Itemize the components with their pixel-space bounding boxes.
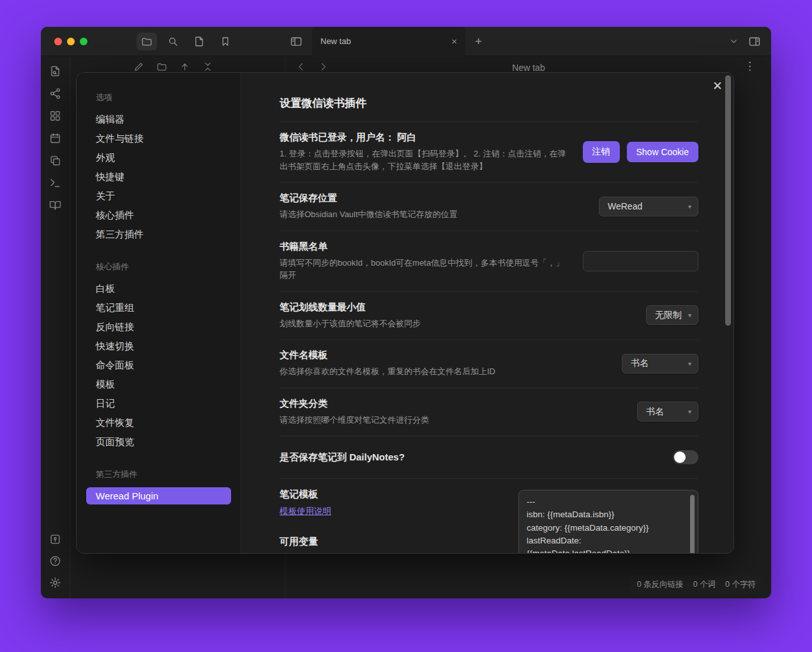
terminal-icon[interactable] — [49, 177, 61, 189]
min-highlights-value: 无限制 — [655, 310, 682, 321]
sidebar-item-community-plugins[interactable]: 第三方插件 — [86, 225, 231, 244]
daily-notes-name: 是否保存笔记到 DailyNotes? — [280, 451, 405, 464]
setting-daily-notes: 是否保存笔记到 DailyNotes? — [280, 436, 698, 479]
window-controls — [41, 38, 87, 45]
zoom-window-button[interactable] — [80, 38, 87, 45]
status-bar: 0 条反向链接 0 个词 0 个字符 — [629, 575, 764, 594]
left-sidebar-toggle-icon[interactable] — [290, 35, 303, 48]
save-location-desc: 请选择Obsidian Vault中微信读书笔记存放的位置 — [280, 208, 458, 221]
setting-folder-category: 文件夹分类 请选择按照哪个维度对笔记文件进行分类 书名 ▾ — [280, 388, 698, 437]
tab-list-chevron-icon[interactable] — [729, 36, 739, 46]
new-file-icon[interactable] — [133, 61, 144, 72]
daily-notes-toggle[interactable] — [673, 450, 698, 464]
sidebar-item-files-links[interactable]: 文件与链接 — [86, 130, 231, 148]
sidebar-item-command-palette[interactable]: 命令面板 — [86, 356, 231, 375]
settings-sidebar: 选项 编辑器 文件与链接 外观 快捷键 关于 核心插件 第三方插件 核心插件 白… — [77, 73, 241, 553]
template-doc-link[interactable]: 模板使用说明 — [280, 506, 331, 517]
help-icon[interactable] — [49, 555, 61, 567]
chevron-down-icon: ▾ — [688, 408, 691, 415]
save-location-value: WeRead — [608, 201, 642, 211]
reading-book-icon[interactable] — [49, 199, 61, 211]
minimize-window-button[interactable] — [67, 38, 75, 45]
setting-login: 微信读书已登录，用户名： 阿白 1. 登录：点击登录按钮，在弹出页面【扫码登录】… — [280, 122, 698, 183]
tab-new-tab[interactable]: New tab × — [312, 27, 465, 56]
folder-category-name: 文件夹分类 — [280, 398, 429, 410]
blacklist-input[interactable] — [583, 251, 698, 271]
status-backlinks: 0 条反向链接 — [637, 579, 684, 590]
sidebar-item-editor[interactable]: 编辑器 — [86, 110, 231, 129]
workspace: New tab ⋮ 0 条反向链接 0 个词 0 个字符 ✕ 选项 编辑器 文件… — [41, 57, 771, 598]
settings-page-title: 设置微信读书插件 — [280, 92, 698, 122]
sidebar-item-canvas[interactable]: 白板 — [86, 280, 231, 298]
folder-category-desc: 请选择按照哪个维度对笔记文件进行分类 — [280, 414, 429, 427]
setting-blacklist: 书籍黑名单 请填写不同步的bookId，bookId可在meta信息中找到，多本… — [280, 231, 698, 292]
sidebar-item-daily-notes[interactable]: 日记 — [86, 395, 231, 413]
bookmark-icon[interactable] — [215, 33, 236, 50]
sidebar-header-options: 选项 — [86, 92, 231, 103]
tab-close-icon[interactable]: × — [451, 36, 457, 46]
sidebar-item-note-composer[interactable]: 笔记重组 — [86, 299, 231, 317]
setting-save-location: 笔记保存位置 请选择Obsidian Vault中微信读书笔记存放的位置 WeR… — [280, 183, 698, 231]
filename-template-dropdown[interactable]: 书名 ▾ — [622, 354, 698, 374]
setting-min-highlights: 笔记划线数量最小值 划线数量小于该值的笔记将不会被同步 无限制 ▾ — [280, 292, 698, 340]
new-note-icon[interactable] — [189, 33, 209, 50]
obsidian-window: New tab × + — [41, 27, 771, 598]
sidebar-item-backlinks[interactable]: 反向链接 — [86, 318, 231, 337]
new-tab-button[interactable]: + — [475, 34, 482, 49]
sidebar-item-appearance[interactable]: 外观 — [86, 149, 231, 167]
min-highlights-desc: 划线数量小于该值的笔记将不会被同步 — [280, 317, 421, 330]
min-highlights-dropdown[interactable]: 无限制 ▾ — [646, 305, 698, 325]
sidebar-item-quick-switcher[interactable]: 快速切换 — [86, 337, 231, 356]
tab-label: New tab — [320, 36, 351, 46]
sidebar-item-core-plugins[interactable]: 核心插件 — [86, 206, 231, 225]
filename-template-name: 文件名模板 — [280, 349, 495, 361]
chevron-down-icon: ▾ — [688, 360, 691, 367]
status-char-count: 0 个字符 — [725, 579, 756, 590]
templates-icon[interactable] — [49, 155, 61, 167]
sidebar-item-weread-plugin[interactable]: Weread Plugin — [86, 487, 231, 504]
ribbon — [41, 57, 70, 598]
new-folder-icon[interactable] — [156, 61, 167, 72]
folder-category-value: 书名 — [646, 406, 664, 418]
blacklist-name: 书籍黑名单 — [280, 241, 570, 253]
collapse-all-icon[interactable] — [202, 61, 213, 72]
note-template-name: 笔记模板 — [280, 489, 366, 501]
logout-button[interactable]: 注销 — [583, 141, 620, 163]
sidebar-header-core-plugins: 核心插件 — [86, 261, 231, 273]
daily-note-calendar-icon[interactable] — [49, 132, 61, 144]
folder-category-dropdown[interactable]: 书名 ▾ — [637, 402, 698, 421]
min-highlights-name: 笔记划线数量最小值 — [280, 301, 421, 314]
show-cookie-button[interactable]: Show Cookie — [627, 142, 699, 162]
graph-view-icon[interactable] — [49, 87, 61, 100]
save-location-dropdown[interactable]: WeRead ▾ — [599, 197, 698, 216]
files-icon[interactable] — [137, 33, 157, 50]
search-icon[interactable] — [163, 33, 183, 50]
save-location-name: 笔记保存位置 — [280, 192, 458, 204]
sidebar-item-about[interactable]: 关于 — [86, 187, 231, 206]
sidebar-item-page-preview[interactable]: 页面预览 — [86, 433, 231, 451]
modal-close-icon[interactable]: ✕ — [712, 79, 723, 93]
setting-note-template: 笔记模板 模板使用说明 可用变量 元数据变量(metaData) {{title… — [280, 479, 698, 553]
file-search-icon[interactable] — [49, 65, 61, 77]
modal-scrollbar[interactable] — [725, 75, 731, 326]
sidebar-item-hotkeys[interactable]: 快捷键 — [86, 168, 231, 186]
close-window-button[interactable] — [54, 38, 62, 45]
note-template-textarea[interactable]: --- isbn: {{metaData.isbn}} category: {{… — [518, 490, 698, 553]
vault-switcher-icon[interactable] — [49, 533, 61, 545]
view-header-title: New tab — [286, 63, 771, 73]
chevron-down-icon: ▾ — [688, 203, 691, 210]
sidebar-item-file-recovery[interactable]: 文件恢复 — [86, 414, 231, 432]
filename-template-desc: 你选择你喜欢的文件名模板，重复的书会在文件名后加上ID — [280, 365, 495, 378]
login-status-name: 微信读书已登录，用户名： 阿白 — [280, 132, 570, 144]
chevron-down-icon: ▾ — [688, 312, 691, 319]
settings-modal: ✕ 选项 编辑器 文件与链接 外观 快捷键 关于 核心插件 第三方插件 核心插件… — [76, 72, 734, 554]
textarea-scrollbar[interactable] — [690, 495, 695, 553]
sidebar-header-community-plugins: 第三方插件 — [86, 469, 231, 480]
more-options-icon[interactable]: ⋮ — [744, 59, 756, 73]
right-sidebar-toggle-icon[interactable] — [748, 35, 761, 48]
sidebar-item-templates[interactable]: 模板 — [86, 375, 231, 394]
setting-filename-template: 文件名模板 你选择你喜欢的文件名模板，重复的书会在文件名后加上ID 书名 ▾ — [280, 340, 698, 388]
canvas-icon[interactable] — [49, 110, 61, 122]
settings-gear-icon[interactable] — [49, 577, 61, 589]
sort-order-icon[interactable] — [179, 61, 190, 72]
